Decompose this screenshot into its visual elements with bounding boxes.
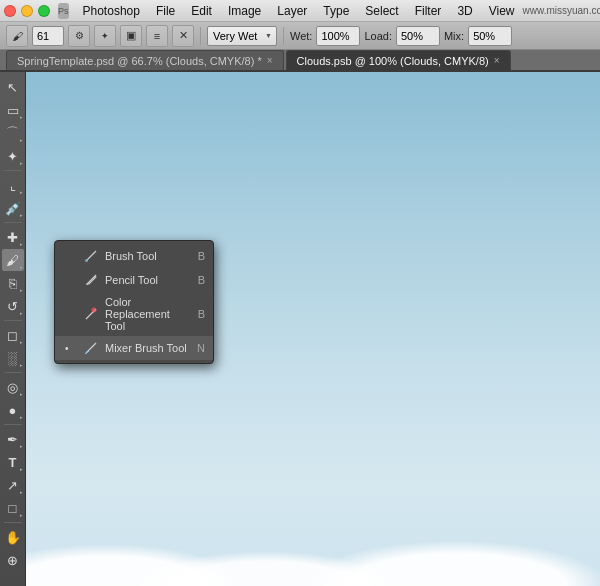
options-bar: 🖌 61 ⚙ ✦ ▣ ≡ ✕ Very Wet Wet: 100% Load: … <box>0 22 600 50</box>
tab-clouds-close[interactable]: × <box>494 55 500 66</box>
pencil-tool-label: Pencil Tool <box>105 274 192 286</box>
tab-spring-close[interactable]: × <box>267 55 273 66</box>
tool-triangle: ▸ <box>20 443 23 449</box>
mixer-brush-shortcut: N <box>197 342 205 354</box>
tool-type[interactable]: T ▸ <box>2 451 24 473</box>
brush-tool-shortcut: B <box>198 250 205 262</box>
tool-triangle: ▸ <box>20 512 23 518</box>
color-replace-shortcut: B <box>198 308 205 320</box>
tool-stamp[interactable]: ⎘ ▸ <box>2 272 24 294</box>
checkerboard-icon[interactable]: ▣ <box>120 25 142 47</box>
tool-separator <box>4 424 22 425</box>
tool-eyedropper[interactable]: 💉 ▸ <box>2 197 24 219</box>
brush-size-input[interactable]: 61 <box>32 26 64 46</box>
tab-clouds-label: Clouds.psb @ 100% (Clouds, CMYK/8) <box>297 55 489 67</box>
app-icon: Ps <box>58 3 69 19</box>
brush-tool-context-menu: Brush Tool B Pencil Tool B <box>54 240 214 364</box>
menu-select[interactable]: Select <box>357 2 406 20</box>
tool-marquee[interactable]: ▭ ▸ <box>2 99 24 121</box>
tool-triangle: ▸ <box>20 362 23 368</box>
workspace: ↖ ▭ ▸ ⌒ ▸ ✦ ▸ ⌞ ▸ 💉 ▸ ✚ ▸ 🖌 ▸ <box>0 72 600 586</box>
tab-spring[interactable]: SpringTemplate.psd @ 66.7% (Clouds, CMYK… <box>6 50 284 70</box>
menu-view[interactable]: View <box>481 2 523 20</box>
wet-label: Wet: <box>290 30 312 42</box>
gradient-icon: ░ <box>8 351 17 366</box>
eraser-icon: ◻ <box>7 328 18 343</box>
tool-path-select[interactable]: ↗ ▸ <box>2 474 24 496</box>
brush-preset-icon[interactable]: 🖌 <box>6 25 28 47</box>
airbrush-icon[interactable]: ✦ <box>94 25 116 47</box>
tool-triangle: ▸ <box>20 160 23 166</box>
menubar: Ps Photoshop File Edit Image Layer Type … <box>0 0 600 22</box>
mode-dropdown[interactable]: Very Wet <box>207 26 277 46</box>
canvas-area[interactable]: Brush Tool B Pencil Tool B <box>26 72 600 586</box>
menu-photoshop[interactable]: Photoshop <box>75 2 148 20</box>
traffic-lights <box>4 5 50 17</box>
tool-shape[interactable]: □ ▸ <box>2 497 24 519</box>
pencil-tool-icon <box>83 272 99 288</box>
tool-separator <box>4 522 22 523</box>
ctx-mixer-check: • <box>65 343 77 354</box>
menu-3d[interactable]: 3D <box>449 2 480 20</box>
tool-triangle: ▸ <box>20 137 23 143</box>
blur-icon: ◎ <box>7 380 18 395</box>
tool-gradient[interactable]: ░ ▸ <box>2 347 24 369</box>
tool-lasso[interactable]: ⌒ ▸ <box>2 122 24 144</box>
tool-eraser[interactable]: ◻ ▸ <box>2 324 24 346</box>
history-icon: ↺ <box>7 299 18 314</box>
sample-icon[interactable]: ✕ <box>172 25 194 47</box>
watermark: www.missyuan.com <box>523 5 600 16</box>
menu-filter[interactable]: Filter <box>407 2 450 20</box>
tab-clouds[interactable]: Clouds.psb @ 100% (Clouds, CMYK/8) × <box>286 50 511 70</box>
tool-magic-wand[interactable]: ✦ ▸ <box>2 145 24 167</box>
move-icon: ↖ <box>7 80 18 95</box>
menu-edit[interactable]: Edit <box>183 2 220 20</box>
ctx-color-replace-tool[interactable]: Color Replacement Tool B <box>55 292 213 336</box>
tool-pen[interactable]: ✒ ▸ <box>2 428 24 450</box>
mix-input[interactable]: 50% <box>468 26 512 46</box>
menu-type[interactable]: Type <box>315 2 357 20</box>
tool-brush[interactable]: 🖌 ▸ <box>2 249 24 271</box>
maximize-button[interactable] <box>38 5 50 17</box>
tool-triangle: ▸ <box>20 339 23 345</box>
marquee-icon: ▭ <box>7 103 19 118</box>
close-button[interactable] <box>4 5 16 17</box>
load-label: Load: <box>364 30 392 42</box>
tool-crop[interactable]: ⌞ ▸ <box>2 174 24 196</box>
dodge-icon: ● <box>9 403 17 418</box>
hand-icon: ✋ <box>5 530 21 545</box>
brush-tool-label: Brush Tool <box>105 250 192 262</box>
mixer-brush-icon <box>83 340 99 356</box>
ctx-brush-tool[interactable]: Brush Tool B <box>55 244 213 268</box>
tool-triangle: ▸ <box>20 414 23 420</box>
color-replace-icon <box>83 306 99 322</box>
menu-image[interactable]: Image <box>220 2 269 20</box>
tool-move[interactable]: ↖ <box>2 76 24 98</box>
tool-hand[interactable]: ✋ <box>2 526 24 548</box>
ctx-mixer-brush-tool[interactable]: • Mixer Brush Tool N <box>55 336 213 360</box>
menu-file[interactable]: File <box>148 2 183 20</box>
brush-tool-icon <box>83 248 99 264</box>
tool-zoom[interactable]: ⊕ <box>2 549 24 571</box>
ctx-pencil-tool[interactable]: Pencil Tool B <box>55 268 213 292</box>
pencil-tool-shortcut: B <box>198 274 205 286</box>
brush-settings-icon[interactable]: ⚙ <box>68 25 90 47</box>
wet-input[interactable]: 100% <box>316 26 360 46</box>
stamp-icon: ⎘ <box>9 276 17 291</box>
tool-blur[interactable]: ◎ ▸ <box>2 376 24 398</box>
toolbar: ↖ ▭ ▸ ⌒ ▸ ✦ ▸ ⌞ ▸ 💉 ▸ ✚ ▸ 🖌 ▸ <box>0 72 26 586</box>
tool-heal[interactable]: ✚ ▸ <box>2 226 24 248</box>
tool-triangle: ▸ <box>20 114 23 120</box>
tool-dodge[interactable]: ● ▸ <box>2 399 24 421</box>
mixer-brush-label: Mixer Brush Tool <box>105 342 191 354</box>
menu-layer[interactable]: Layer <box>269 2 315 20</box>
tab-spring-label: SpringTemplate.psd @ 66.7% (Clouds, CMYK… <box>17 55 262 67</box>
tool-triangle: ▸ <box>20 287 23 293</box>
load-input[interactable]: 50% <box>396 26 440 46</box>
align-icon[interactable]: ≡ <box>146 25 168 47</box>
tool-triangle: ▸ <box>20 466 23 472</box>
minimize-button[interactable] <box>21 5 33 17</box>
pen-icon: ✒ <box>7 432 18 447</box>
tool-history[interactable]: ↺ ▸ <box>2 295 24 317</box>
tool-separator <box>4 170 22 171</box>
